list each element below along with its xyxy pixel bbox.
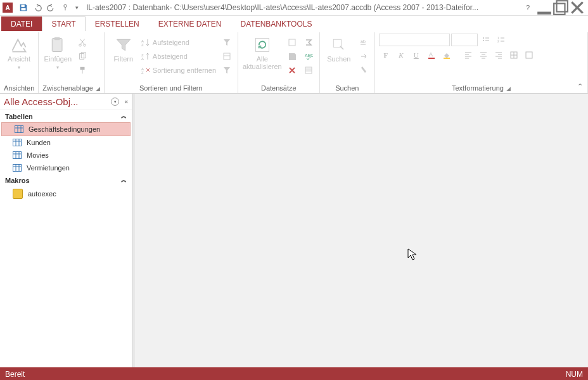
svg-rect-3 (537, 12, 551, 15)
summen-button[interactable] (302, 36, 316, 49)
absteigend-button[interactable]: ZAAbsteigend (141, 50, 217, 63)
table-icon (13, 139, 22, 146)
group-label-sortfilter: Sortieren und Filtern (108, 84, 234, 93)
svg-rect-5 (557, 1, 568, 11)
filtern-button[interactable]: Filtern (108, 34, 139, 63)
ribbon: Ansicht▾ Ansichten Einfügen▾ Zwischenabl… (0, 31, 588, 94)
collapse-ribbon-button[interactable]: ⌃ (577, 82, 583, 91)
suchen-button[interactable]: Suchen (324, 34, 354, 63)
tab-start[interactable]: START (42, 16, 85, 31)
svg-rect-24 (333, 39, 341, 47)
weitere-button[interactable] (302, 64, 316, 77)
format-painter-button[interactable] (75, 64, 89, 77)
align-left-button[interactable] (461, 49, 475, 61)
alle-aktualisieren-button[interactable]: Alle aktualisieren (242, 34, 283, 70)
nav-item-autoexec[interactable]: autoexec (0, 186, 132, 201)
speichern-button[interactable] (285, 50, 299, 63)
italic-button[interactable]: K (394, 49, 408, 61)
svg-rect-32 (444, 58, 450, 59)
align-right-button[interactable] (492, 49, 506, 61)
nav-group-tabellen[interactable]: Tabellen︽ (0, 110, 132, 122)
svg-text:ab: ab (361, 39, 366, 44)
group-label-ansichten: Ansichten (4, 84, 34, 93)
restore-button[interactable] (553, 1, 569, 15)
nav-item-label: Movies (27, 151, 49, 159)
svg-text:2: 2 (497, 39, 499, 43)
markieren-button[interactable] (357, 64, 371, 77)
loeschen-button[interactable] (285, 64, 299, 77)
fill-color-button[interactable] (440, 49, 454, 61)
qat-touch-button[interactable] (58, 1, 72, 15)
group-label-suchen: Suchen (324, 84, 371, 93)
search-icon (330, 36, 348, 54)
nav-item-kunden[interactable]: Kunden (0, 136, 132, 149)
status-bar: Bereit NUM (0, 367, 588, 380)
document-area (135, 94, 588, 367)
dialog-launcher-textfmt[interactable]: ◢ (506, 86, 511, 92)
numbering-button[interactable]: 12 (494, 34, 508, 46)
font-family-combo[interactable] (379, 34, 450, 46)
ribbon-tabs: DATEI START ERSTELLEN EXTERNE DATEN DATE… (0, 16, 588, 31)
copy-button[interactable] (75, 50, 89, 63)
ersetzen-button[interactable]: ab (357, 36, 371, 49)
nav-item-geschaeftsbedingungen[interactable]: Geschäftsbedingungen (1, 122, 131, 136)
workspace: Alle Access-Obj... ▾« Tabellen︽ Geschäft… (0, 94, 588, 367)
nav-item-movies[interactable]: Movies (0, 149, 132, 162)
minimize-button[interactable] (536, 1, 553, 15)
sortierung-entfernen-button[interactable]: AZSortierung entfernen (141, 64, 217, 77)
nav-collapse-icon[interactable]: « (124, 98, 128, 105)
ansicht-button[interactable]: Ansicht▾ (4, 34, 34, 72)
tab-datenbanktools[interactable]: DATENBANKTOOLS (231, 16, 322, 31)
tab-externe-daten[interactable]: EXTERNE DATEN (149, 16, 231, 31)
advanced-filter-button[interactable] (220, 50, 234, 63)
rechtschreibung-button[interactable]: ABC (302, 50, 316, 63)
alt-row-color-button[interactable] (522, 49, 536, 61)
window-title: IL-ates2007 : Datenbank- C:\Users\user4\… (81, 3, 520, 12)
filter-icon (115, 36, 132, 54)
ansicht-label: Ansicht (8, 55, 30, 63)
qat-save-button[interactable] (16, 1, 30, 15)
einfuegen-label: Einfügen (44, 55, 72, 63)
group-suchen: Suchen ab Suchen (320, 32, 375, 93)
einfuegen-button[interactable]: Einfügen▾ (42, 34, 73, 72)
svg-text:Z: Z (141, 71, 144, 75)
nav-filter-icon[interactable]: ▾ (111, 98, 119, 106)
collapse-icon: ︽ (121, 112, 127, 120)
gridlines-button[interactable] (507, 49, 521, 61)
view-icon (10, 36, 28, 54)
aufsteigend-button[interactable]: AZAufsteigend (141, 36, 217, 49)
svg-rect-37 (13, 152, 22, 159)
paste-icon (49, 36, 67, 54)
svg-rect-21 (289, 39, 295, 46)
tab-file[interactable]: DATEI (1, 16, 42, 31)
qat-customize-button[interactable]: ▾ (72, 1, 81, 15)
table-icon (13, 164, 22, 172)
qat-redo-button[interactable] (44, 1, 58, 15)
svg-rect-7 (54, 37, 60, 40)
close-button[interactable] (569, 1, 585, 15)
help-button[interactable]: ? (520, 1, 536, 15)
tab-erstellen[interactable]: ERSTELLEN (86, 16, 149, 31)
selection-filter-button[interactable] (220, 36, 234, 49)
nav-group-makros[interactable]: Makros︽ (0, 174, 132, 186)
nav-header[interactable]: Alle Access-Obj... ▾« (0, 94, 132, 110)
font-color-button[interactable]: A (425, 49, 438, 61)
font-size-combo[interactable] (451, 34, 478, 46)
bold-button[interactable]: F (379, 49, 393, 61)
underline-button[interactable]: U (409, 49, 423, 61)
cut-button[interactable] (75, 36, 89, 49)
group-label-textfmt: Textformatierung (452, 84, 504, 92)
qat-undo-button[interactable] (30, 1, 44, 15)
nav-header-title: Alle Access-Obj... (4, 96, 79, 107)
nav-item-vermietungen[interactable]: Vermietungen (0, 162, 132, 174)
align-center-button[interactable] (476, 49, 490, 61)
toggle-filter-button[interactable] (220, 64, 234, 77)
nav-item-label: Kunden (27, 139, 51, 146)
dialog-launcher-zwischenablage[interactable]: ◢ (96, 86, 100, 92)
svg-rect-0 (22, 5, 25, 8)
svg-rect-19 (224, 53, 230, 60)
neu-button[interactable] (285, 36, 299, 49)
gehezu-button[interactable] (357, 50, 371, 63)
svg-rect-31 (428, 58, 435, 59)
bullets-button[interactable] (479, 34, 493, 46)
